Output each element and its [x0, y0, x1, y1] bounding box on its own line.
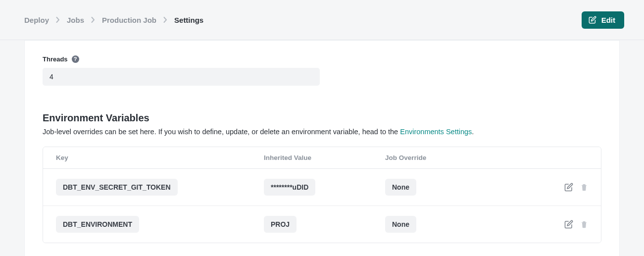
env-vars-title: Environment Variables — [43, 112, 601, 124]
env-inherited: ********uDID — [264, 179, 315, 196]
threads-value: 4 — [50, 73, 53, 81]
env-inherited: PROJ — [264, 216, 297, 233]
delete-row-icon — [580, 183, 588, 192]
threads-label-text: Threads — [43, 55, 68, 63]
threads-label: Threads ? — [43, 55, 601, 63]
env-override: None — [385, 179, 416, 196]
breadcrumb-jobs[interactable]: Jobs — [67, 16, 84, 24]
edit-button-label: Edit — [601, 16, 615, 24]
col-inherited: Inherited Value — [264, 154, 385, 161]
chevron-right-icon — [163, 17, 167, 23]
col-override: Job Override — [385, 154, 539, 161]
table-header: Key Inherited Value Job Override — [43, 147, 601, 169]
breadcrumb-settings: Settings — [174, 16, 203, 24]
table-row: DBT_ENV_SECRET_GIT_TOKEN ********uDID No… — [43, 169, 601, 206]
breadcrumb-deploy[interactable]: Deploy — [24, 16, 49, 24]
settings-card: Threads ? 4 Environment Variables Job-le… — [24, 40, 620, 256]
chevron-right-icon — [56, 17, 60, 23]
edit-row-icon[interactable] — [564, 220, 573, 229]
chevron-right-icon — [91, 17, 95, 23]
env-vars-table: Key Inherited Value Job Override DBT_ENV… — [43, 147, 601, 243]
edit-row-icon[interactable] — [564, 183, 573, 192]
env-override: None — [385, 216, 416, 233]
edit-icon — [589, 16, 596, 24]
help-icon[interactable]: ? — [72, 55, 79, 63]
env-key: DBT_ENVIRONMENT — [56, 216, 139, 233]
env-vars-desc-suffix: . — [472, 128, 474, 136]
table-row: DBT_ENVIRONMENT PROJ None — [43, 206, 601, 243]
threads-input: 4 — [43, 68, 320, 86]
col-key: Key — [56, 154, 264, 161]
breadcrumb-job[interactable]: Production Job — [102, 16, 156, 24]
env-vars-desc: Job-level overrides can be set here. If … — [43, 127, 601, 138]
env-vars-desc-prefix: Job-level overrides can be set here. If … — [43, 128, 400, 136]
environments-settings-link[interactable]: Environments Settings — [400, 128, 472, 136]
edit-button[interactable]: Edit — [582, 11, 624, 29]
breadcrumb: Deploy Jobs Production Job Settings — [24, 16, 203, 24]
delete-row-icon — [580, 220, 588, 229]
env-key: DBT_ENV_SECRET_GIT_TOKEN — [56, 179, 178, 196]
